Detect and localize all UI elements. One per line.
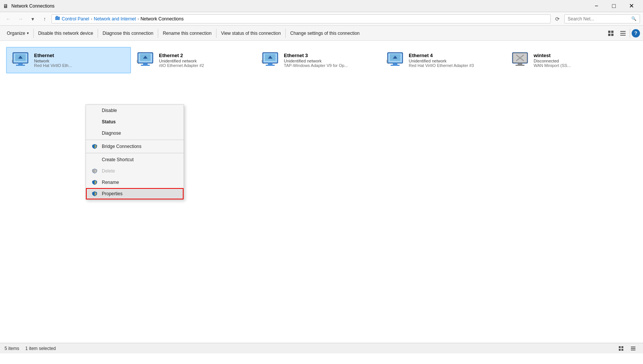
app-icon: 🖥 <box>3 3 8 9</box>
context-menu: Disable Status Diagnose Bridge Connectio… <box>86 104 184 200</box>
network-item[interactable]: Ethernet 2 Unidentified network rtIO Eth… <box>131 47 256 73</box>
network-item[interactable]: Ethernet Network Red Hat VirtIO Eth... <box>6 47 131 73</box>
close-button[interactable]: ✕ <box>623 0 640 12</box>
net-status: Unidentified network <box>409 59 474 63</box>
net-info: Ethernet 2 Unidentified network rtIO Eth… <box>159 53 204 68</box>
up-button[interactable]: ↑ <box>39 14 50 24</box>
svg-rect-30 <box>391 65 400 66</box>
context-menu-item-label: Disable <box>102 108 117 113</box>
net-status: Unidentified network <box>159 59 204 63</box>
breadcrumb-part2[interactable]: Network and Internet <box>94 16 136 22</box>
context-menu-item[interactable]: Status <box>86 116 184 128</box>
network-item[interactable]: wintest Disconnected WAN Miniport (SS... <box>506 47 631 73</box>
context-menu-item-label: Diagnose <box>102 131 121 136</box>
dropdown-button[interactable]: ▾ <box>27 14 38 24</box>
svg-rect-8 <box>620 35 626 36</box>
search-input[interactable] <box>568 16 630 22</box>
toolbar-separator-6 <box>630 29 630 38</box>
net-adapter: Red Hat VirtIO Eth... <box>34 63 72 68</box>
maximize-button[interactable]: □ <box>605 0 623 12</box>
net-info: Ethernet 3 Unidentified network TAP-Wind… <box>284 53 348 68</box>
svg-rect-36 <box>515 65 525 66</box>
net-icon <box>11 51 30 69</box>
net-info: Ethernet Network Red Hat VirtIO Eth... <box>34 53 72 68</box>
svg-rect-12 <box>16 65 25 66</box>
item-count: 5 items <box>5 346 19 351</box>
search-box: 🔍 <box>564 14 640 23</box>
network-item[interactable]: Ethernet 4 Unidentified network Red Hat … <box>381 47 506 73</box>
organize-arrow: ▾ <box>27 31 29 35</box>
net-name: Ethernet 3 <box>284 53 348 58</box>
svg-rect-2 <box>608 31 610 33</box>
svg-rect-7 <box>620 33 626 34</box>
change-settings-button[interactable]: Change settings of this connection <box>286 26 363 40</box>
context-menu-item[interactable]: Rename <box>86 177 184 188</box>
net-name: Ethernet 2 <box>159 53 204 58</box>
svg-rect-6 <box>620 31 626 32</box>
net-icon <box>511 51 529 69</box>
view-status-button[interactable]: View status of this connection <box>217 26 285 40</box>
breadcrumb: Control Panel › Network and Internet › N… <box>51 14 551 23</box>
context-menu-item-label: Delete <box>102 168 115 174</box>
status-view-list-button[interactable] <box>628 343 638 354</box>
help-icon: ? <box>634 30 637 36</box>
net-status: Disconnected <box>534 59 571 63</box>
status-bar-right <box>616 343 638 354</box>
toolbar-separator-1 <box>33 29 34 38</box>
address-bar: ← → ▾ ↑ Control Panel › Network and Inte… <box>0 12 643 26</box>
net-icon <box>136 51 154 69</box>
toolbar-separator-5 <box>285 29 286 38</box>
main-area: Ethernet Network Red Hat VirtIO Eth... E… <box>0 41 643 353</box>
svg-rect-42 <box>631 348 635 349</box>
network-grid: Ethernet Network Red Hat VirtIO Eth... E… <box>6 47 637 73</box>
network-item[interactable]: Ethernet 3 Unidentified network TAP-Wind… <box>256 47 381 73</box>
rename-button[interactable]: Rename this connection <box>159 26 215 40</box>
refresh-button[interactable]: ⟳ <box>552 14 563 24</box>
context-menu-item[interactable]: Properties <box>86 188 184 199</box>
context-menu-item-label: Create Shortcut <box>102 157 134 162</box>
context-menu-separator <box>86 140 184 140</box>
svg-rect-29 <box>393 63 397 65</box>
breadcrumb-sep2: › <box>137 16 139 22</box>
context-menu-item[interactable]: Create Shortcut <box>86 154 184 165</box>
view-list-button[interactable] <box>618 28 628 39</box>
minimize-button[interactable]: − <box>588 0 605 12</box>
window-title: Network Connections <box>11 3 54 9</box>
svg-rect-1 <box>56 16 58 17</box>
content-area: Ethernet Network Red Hat VirtIO Eth... E… <box>0 41 643 353</box>
status-view-icons-button[interactable] <box>616 343 626 354</box>
svg-rect-41 <box>631 347 635 347</box>
context-menu-item-label: Properties <box>102 191 123 196</box>
context-menu-item[interactable]: Disable <box>86 105 184 116</box>
net-icon <box>261 51 279 69</box>
view-icons-button[interactable] <box>606 28 616 39</box>
svg-rect-35 <box>518 63 522 65</box>
breadcrumb-part1[interactable]: Control Panel <box>62 16 89 22</box>
svg-rect-23 <box>268 63 272 65</box>
net-info: wintest Disconnected WAN Miniport (SS... <box>534 53 571 68</box>
net-name: Ethernet <box>34 53 72 58</box>
context-menu-item[interactable]: Diagnose <box>86 128 184 139</box>
disable-button[interactable]: Disable this network device <box>34 26 97 40</box>
selected-count: 1 item selected <box>25 346 56 351</box>
svg-rect-38 <box>621 346 623 348</box>
window-controls: − □ ✕ <box>588 0 640 12</box>
svg-rect-0 <box>55 17 60 20</box>
status-bar: 5 items 1 item selected <box>0 343 643 353</box>
toolbar-separator-3 <box>158 29 158 38</box>
forward-button[interactable]: → <box>15 14 26 24</box>
svg-rect-43 <box>631 350 635 350</box>
svg-rect-39 <box>619 349 621 351</box>
context-menu-separator <box>86 153 184 153</box>
help-button[interactable]: ? <box>632 29 640 37</box>
net-adapter: Red Hat VirtIO Ethernet Adapter #3 <box>409 63 474 68</box>
net-adapter: rtIO Ethernet Adapter #2 <box>159 63 204 68</box>
net-name: Ethernet 4 <box>409 53 474 58</box>
organize-button[interactable]: Organize ▾ <box>3 26 33 40</box>
net-adapter: WAN Miniport (SS... <box>534 63 571 68</box>
organize-label: Organize <box>7 31 25 36</box>
back-button[interactable]: ← <box>3 14 14 24</box>
net-name: wintest <box>534 53 571 58</box>
diagnose-button[interactable]: Diagnose this connection <box>99 26 157 40</box>
context-menu-item[interactable]: Bridge Connections <box>86 141 184 152</box>
